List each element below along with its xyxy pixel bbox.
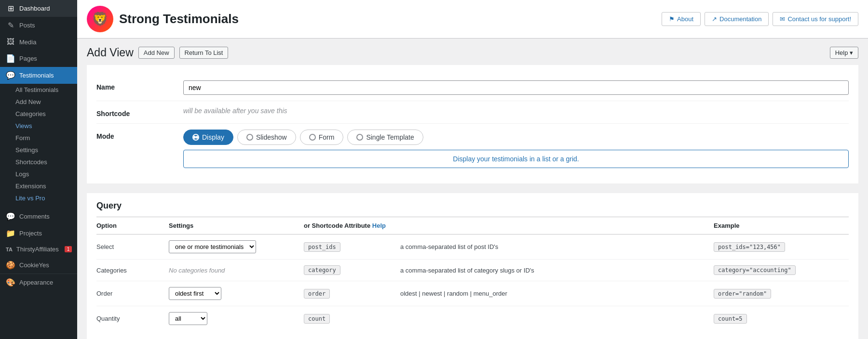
add-new-button[interactable]: Add New (138, 47, 175, 59)
sidebar-item-views[interactable]: Views (15, 120, 77, 132)
sidebar-item-comments[interactable]: 💬 Comments (0, 208, 77, 225)
example-code-category: category="accounting" (714, 265, 796, 275)
mode-row-inner: Mode Display Slideshow (96, 130, 849, 168)
contact-support-button[interactable]: ✉ Contact us for support! (773, 12, 858, 26)
plugin-header: 🦁 Strong Testimonials ⚑ About ↗ Document… (77, 0, 868, 39)
example-cell-order: order="random" (714, 281, 849, 306)
sidebar-item-projects[interactable]: 📁 Projects (0, 225, 77, 242)
query-section: Query Option Settings or Shortcode Attri… (87, 193, 858, 339)
mode-option-display[interactable]: Display (183, 130, 233, 145)
appearance-icon: 🎨 (6, 278, 15, 287)
no-categories-text: No categories found (169, 267, 225, 274)
sidebar-item-extensions[interactable]: Extensions (15, 180, 77, 192)
page-header-left: Add View Add New Return To List (87, 46, 228, 59)
thirsty-affiliates-badge: 1 (65, 246, 72, 252)
mode-option-single-template[interactable]: Single Template (347, 130, 423, 145)
mode-option-form[interactable]: Form (300, 130, 344, 145)
sidebar-item-media[interactable]: 🖼 Media (0, 34, 77, 50)
sidebar-item-appearance[interactable]: 🎨 Appearance (0, 274, 77, 291)
shortcode-badge-count: count (304, 314, 330, 324)
posts-icon: ✎ (6, 21, 15, 30)
header-actions: ⚑ About ↗ Documentation ✉ Contact us for… (662, 12, 858, 26)
settings-cell-select: one or more testimonials all testimonial… (169, 235, 304, 260)
sidebar-item-categories[interactable]: Categories (15, 108, 77, 120)
settings-cell-categories: No categories found (169, 260, 304, 281)
plugin-logo: 🦁 Strong Testimonials (87, 6, 239, 32)
sidebar-item-add-new[interactable]: Add New (15, 96, 77, 108)
shortcode-hint: will be available after you save this (183, 104, 287, 115)
comments-icon: 💬 (6, 212, 15, 221)
dashboard-icon: ⊞ (6, 4, 15, 13)
sidebar-item-pages[interactable]: 📄 Pages (0, 50, 77, 67)
settings-cell-quantity: all 1 5 10 25 50 (169, 306, 304, 331)
mode-options: Display Slideshow Form (183, 130, 849, 145)
table-row: Order oldest first newest first random m… (96, 281, 849, 306)
example-cell-select: post_ids="123,456" (714, 235, 849, 260)
help-button[interactable]: Help ▾ (830, 47, 858, 59)
shortcode-field: will be available after you save this (183, 107, 849, 115)
mode-radio-form (309, 134, 316, 141)
sidebar-item-form[interactable]: Form (15, 132, 77, 144)
example-cell-quantity: count=5 (714, 306, 849, 331)
mode-radio-single-template (356, 134, 363, 141)
shortcode-cell-quantity: count (304, 306, 400, 331)
select-dropdown-quantity[interactable]: all 1 5 10 25 50 (169, 312, 207, 325)
sidebar-item-shortcodes[interactable]: Shortcodes (15, 156, 77, 168)
plugin-title: Strong Testimonials (119, 12, 239, 26)
documentation-button[interactable]: ↗ Documentation (705, 12, 769, 26)
page-title: Add View (87, 46, 134, 59)
sidebar-item-posts[interactable]: ✎ Posts (0, 17, 77, 34)
shortcode-badge-order: order (304, 289, 330, 299)
example-code-post-ids: post_ids="123,456" (714, 242, 785, 252)
table-row: Categories No categories found category … (96, 260, 849, 281)
name-field (183, 80, 849, 95)
sidebar-item-dashboard[interactable]: ⊞ Dashboard (0, 0, 77, 17)
select-dropdown-order[interactable]: oldest first newest first random menu_or… (169, 287, 221, 300)
option-cell-order: Order (96, 281, 169, 306)
about-icon: ⚑ (669, 15, 675, 23)
cookieyes-icon: 🍪 (6, 261, 15, 270)
sidebar-bottom-section: 💬 Comments 📁 Projects TA ThirstyAffiliat… (0, 208, 77, 291)
settings-cell-order: oldest first newest first random menu_or… (169, 281, 304, 306)
shortcode-row: Shortcode will be available after you sa… (96, 101, 849, 124)
description-cell-quantity (400, 306, 714, 331)
mode-label: Mode (96, 130, 174, 140)
mode-radio-slideshow (246, 134, 253, 141)
sidebar-item-logs[interactable]: Logs (15, 168, 77, 180)
name-label: Name (96, 80, 174, 91)
media-icon: 🖼 (6, 38, 15, 46)
shortcode-cell-order: order (304, 281, 400, 306)
projects-icon: 📁 (6, 229, 15, 238)
about-button[interactable]: ⚑ About (662, 12, 701, 26)
example-code-order: order="random" (714, 289, 771, 299)
testimonials-icon: 💬 (6, 71, 15, 80)
return-to-list-button[interactable]: Return To List (179, 47, 229, 59)
col-header-example: Example (714, 217, 849, 235)
shortcode-help-link[interactable]: Help (372, 222, 386, 229)
sidebar-item-all-testimonials[interactable]: All Testimonials (15, 84, 77, 96)
description-cell-order: oldest | newest | random | menu_order (400, 281, 714, 306)
mode-radio-display (192, 134, 199, 141)
select-dropdown-testimonials[interactable]: one or more testimonials all testimonial… (169, 240, 256, 253)
table-row: Quantity all 1 5 10 25 50 (96, 306, 849, 331)
sidebar-item-thirsty-affiliates[interactable]: TA ThirstyAffiliates 1 (0, 242, 77, 257)
option-cell-quantity: Quantity (96, 306, 169, 331)
col-header-settings: Settings (169, 217, 304, 235)
shortcode-cell-select: post_ids (304, 235, 400, 260)
name-row: Name (96, 75, 849, 101)
page-header: Add View Add New Return To List Help ▾ (77, 39, 868, 65)
example-code-count: count=5 (714, 314, 747, 324)
query-section-title: Query (96, 193, 849, 217)
mode-option-slideshow[interactable]: Slideshow (237, 130, 296, 145)
sidebar-item-lite-vs-pro[interactable]: Lite vs Pro (15, 192, 77, 204)
sidebar-item-cookieyes[interactable]: 🍪 CookieYes (0, 257, 77, 274)
sidebar: ⊞ Dashboard ✎ Posts 🖼 Media 📄 Pages 💬 Te… (0, 0, 77, 339)
mode-field: Display Slideshow Form (183, 130, 849, 168)
pages-icon: 📄 (6, 54, 15, 63)
name-input[interactable] (183, 80, 849, 95)
sidebar-item-testimonials[interactable]: 💬 Testimonials (0, 67, 77, 84)
plugin-logo-icon: 🦁 (87, 6, 113, 32)
sidebar-item-settings[interactable]: Settings (15, 144, 77, 156)
option-cell-categories: Categories (96, 260, 169, 281)
mode-hint: Display your testimonials in a list or a… (183, 150, 849, 168)
